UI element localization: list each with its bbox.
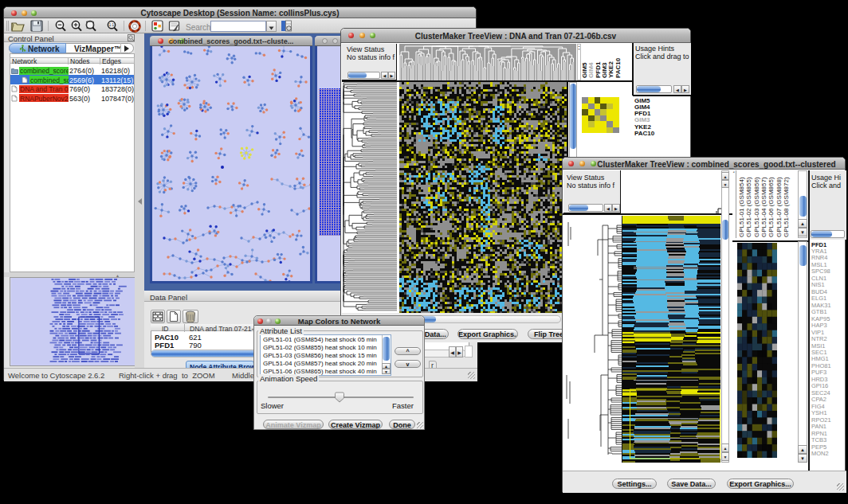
svg-text:1:1: 1:1 — [109, 23, 115, 27]
